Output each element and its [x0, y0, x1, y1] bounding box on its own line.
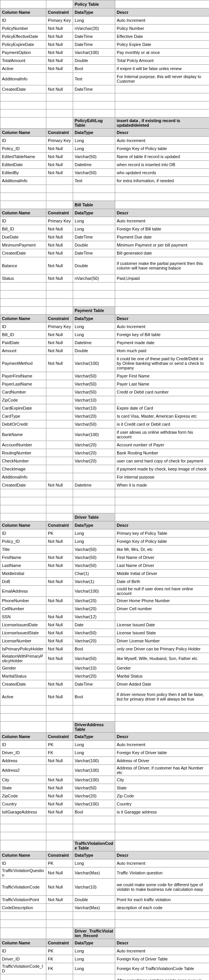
- cell: who updated records: [115, 169, 209, 177]
- cell: Account number of Payer: [115, 441, 209, 449]
- cell: PK: [46, 947, 73, 955]
- cell: Total Polciy Amount: [115, 57, 209, 65]
- cell: ID: [0, 137, 46, 145]
- cell: When it is made: [115, 481, 209, 489]
- cell: Foreign Key of Driver Table: [115, 955, 209, 963]
- cell: EditedTableName: [0, 153, 46, 161]
- cell: Driver License Number: [115, 637, 209, 645]
- cell: Credit or Debit card number: [115, 388, 209, 396]
- cell: DebitOrCredit: [0, 420, 46, 428]
- tvcode-title: TrafficViolationCode Table: [73, 840, 115, 851]
- cell: PhoneNumber: [0, 597, 46, 605]
- col-descr: Descr: [115, 8, 209, 16]
- cell: Double: [73, 241, 115, 249]
- cell: CardExpireDate: [0, 404, 46, 412]
- cell: Not Null: [46, 49, 73, 57]
- cell: DateTime: [73, 85, 115, 93]
- cell: Long: [73, 217, 115, 225]
- driveraddress-title: DriverAddress Table: [73, 722, 115, 733]
- cell: Date: [73, 621, 115, 629]
- cell: Varchar(20): [73, 449, 115, 457]
- cell: Long: [73, 145, 115, 153]
- cell: Foreign key of Bill table: [115, 331, 209, 339]
- cell: License Issued Date: [115, 621, 209, 629]
- cell: Point for each traffic violation: [115, 896, 209, 904]
- cell: Driver Added Date: [115, 680, 209, 688]
- cell: Datetime: [73, 481, 115, 489]
- cell: Varchar(100): [73, 586, 115, 597]
- cell: Varchar(50): [73, 380, 115, 388]
- cell: ID: [0, 947, 46, 955]
- cell: Driver Home Phone Number: [115, 597, 209, 605]
- cell: Char(1): [73, 570, 115, 578]
- cell: Not Null: [46, 145, 73, 153]
- policyeditlog-note: insert data , if existing record is upda…: [115, 118, 209, 129]
- cell: Text: [73, 177, 115, 185]
- cell: Minimum Payment or per bill payment: [115, 241, 209, 249]
- cell: Bool: [73, 974, 115, 980]
- cell: RoutingNumber: [0, 449, 46, 457]
- cell: Varchar(Max): [73, 904, 115, 912]
- cell: Varchar(50): [73, 372, 115, 380]
- cell: Not Null: [46, 249, 73, 257]
- cell: For internal purpose: [115, 473, 209, 481]
- cell: DoB: [0, 578, 46, 586]
- cell: Address of Driver: [115, 757, 209, 765]
- cell: Varchar(100): [73, 49, 115, 57]
- cell: Active: [0, 974, 46, 980]
- cell: Bool: [73, 688, 115, 706]
- cell: AdditionalInfo: [0, 177, 46, 185]
- cell: Long: [73, 537, 115, 546]
- cell: Not Null: [46, 637, 73, 645]
- cell: Long: [73, 859, 115, 867]
- cell: Long: [73, 529, 115, 537]
- cell: CheckNumber: [0, 457, 46, 465]
- cell: Varchar(50): [73, 562, 115, 570]
- cell: AdditionalInfo: [0, 473, 46, 481]
- cell: Not Null: [46, 784, 73, 792]
- cell: Varchar(12): [73, 613, 115, 621]
- cell: Varchar(10): [73, 879, 115, 896]
- cell: Not Null: [46, 153, 73, 161]
- cell: Varchar(50): [73, 420, 115, 428]
- cell: License Issued State: [115, 629, 209, 637]
- cell: CheckImage: [0, 465, 46, 473]
- cell: Not Null: [46, 57, 73, 65]
- cell: Not Null: [46, 653, 73, 664]
- cell: AdditionalInfo: [0, 73, 46, 85]
- cell: ID: [0, 859, 46, 867]
- cell: Not Null: [46, 757, 73, 765]
- cell: Pay monthly or at once: [115, 49, 209, 57]
- cell: Auto Increment: [115, 947, 209, 955]
- cell: Not Null: [46, 537, 73, 546]
- cell: Not Null: [46, 645, 73, 653]
- cell: Not Null: [46, 974, 73, 980]
- cell: Foreign Key of Driver table: [115, 749, 209, 757]
- cell: Varchar(100): [73, 776, 115, 784]
- cell: First Name of Driver: [115, 554, 209, 562]
- cell: Not Null: [46, 331, 73, 339]
- cell: Bill generated date: [115, 249, 209, 257]
- cell: Not Null: [46, 233, 73, 241]
- cell: City: [0, 776, 46, 784]
- cell: Auto Increment: [115, 16, 209, 24]
- cell: Long: [73, 137, 115, 145]
- cell: Bank Routing Number: [115, 449, 209, 457]
- cell: Varchar(50): [73, 629, 115, 637]
- cell: like Myself, Wife, Husband, Son, Father …: [115, 653, 209, 664]
- cell: Varchar(10): [73, 664, 115, 672]
- cell: Amount: [0, 347, 46, 355]
- cell: ID: [0, 741, 46, 749]
- cell: Double: [73, 347, 115, 355]
- cell: Double: [73, 896, 115, 904]
- cell: Double: [73, 257, 115, 274]
- cell: Not Null: [46, 680, 73, 688]
- cell: Bill_ID: [0, 225, 46, 233]
- cell: Long: [73, 741, 115, 749]
- cell: DateTime: [73, 249, 115, 257]
- cell: Foreign Key of Bill table: [115, 225, 209, 233]
- cell: ID: [0, 217, 46, 225]
- cell: is it Garagge address: [115, 808, 209, 816]
- cell: Bool: [73, 65, 115, 73]
- cell: Payer Last Name: [115, 380, 209, 388]
